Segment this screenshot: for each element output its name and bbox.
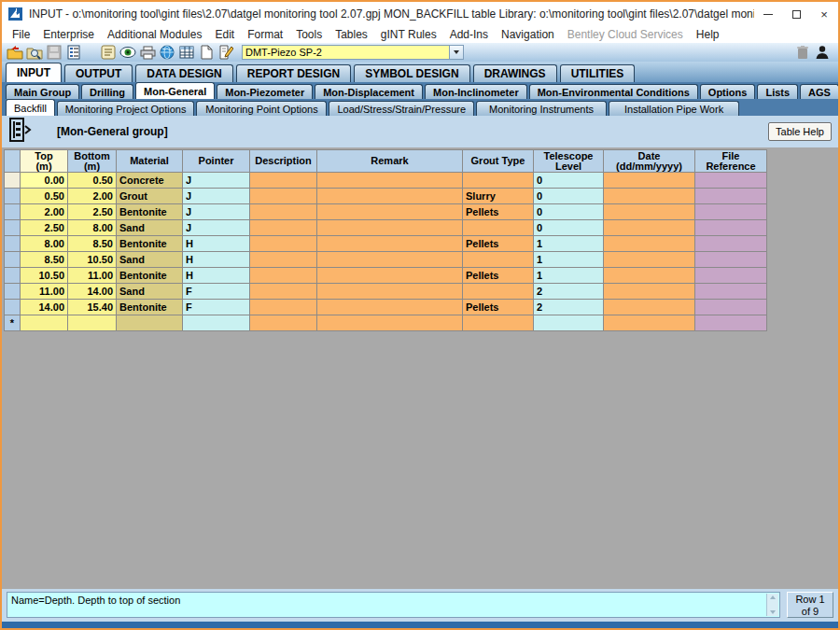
scroll-down-icon[interactable]	[770, 610, 776, 614]
cell-pointer[interactable]: J	[183, 220, 250, 236]
tab-mon-piezometer[interactable]: Mon-Piezometer	[217, 84, 313, 99]
data-tables-icon[interactable]	[177, 44, 196, 61]
tab-mon-displacement[interactable]: Mon-Displacement	[315, 84, 423, 99]
cell-date[interactable]	[604, 204, 695, 220]
cell-material[interactable]: Grout	[117, 189, 183, 204]
row-selector[interactable]	[5, 268, 21, 284]
column-header-remark[interactable]: Remark	[317, 150, 463, 173]
menu-help[interactable]: Help	[690, 28, 726, 41]
cell-remark[interactable]	[317, 284, 463, 300]
column-header-material[interactable]: Material	[117, 150, 183, 173]
cell-material[interactable]	[117, 315, 183, 331]
cell-material[interactable]: Bentonite	[117, 300, 183, 315]
cell-material[interactable]: Concrete	[117, 173, 183, 189]
column-header-pointer[interactable]: Pointer	[183, 150, 250, 173]
tab-mon-environmental-conditions[interactable]: Mon-Environmental Conditions	[529, 84, 698, 99]
cell-description[interactable]	[250, 204, 317, 220]
cell-bottom[interactable]: 2.50	[68, 204, 117, 220]
cell-material[interactable]: Bentonite	[117, 236, 183, 252]
cell-file_reference[interactable]	[695, 173, 767, 189]
row-selector[interactable]	[5, 204, 21, 220]
row-selector[interactable]	[5, 220, 21, 236]
cell-pointer[interactable]: H	[183, 268, 250, 284]
edit-document-icon[interactable]	[217, 44, 235, 61]
cell-grout_type[interactable]: Slurry	[463, 189, 534, 204]
tab-utilities[interactable]: UTILITIES	[560, 64, 636, 82]
menu-navigation[interactable]: Navigation	[495, 28, 561, 41]
menu-format[interactable]: Format	[241, 28, 289, 41]
cell-material[interactable]: Bentonite	[117, 204, 183, 220]
cell-telescope_level[interactable]: 2	[534, 300, 604, 315]
cell-top[interactable]: 8.00	[21, 236, 68, 252]
cell-top[interactable]: 2.50	[21, 220, 68, 236]
cell-remark[interactable]	[317, 252, 463, 268]
row-selector[interactable]	[5, 189, 21, 204]
cell-file_reference[interactable]	[695, 315, 767, 331]
cell-remark[interactable]	[317, 189, 463, 204]
cell-file_reference[interactable]	[695, 204, 767, 220]
globe-icon[interactable]	[158, 44, 176, 61]
cell-remark[interactable]	[317, 315, 463, 331]
cell-bottom[interactable]: 0.50	[68, 173, 117, 189]
tab-monitoring-point-options[interactable]: Monitoring Point Options	[196, 101, 327, 116]
cell-top[interactable]: 2.00	[21, 204, 68, 220]
cell-remark[interactable]	[317, 268, 463, 284]
cell-telescope_level[interactable]: 2	[534, 284, 604, 300]
cell-file_reference[interactable]	[695, 284, 767, 300]
cell-remark[interactable]	[317, 300, 463, 315]
cell-remark[interactable]	[317, 204, 463, 220]
cell-telescope_level[interactable]: 1	[534, 236, 604, 252]
cell-top[interactable]: 10.50	[21, 268, 68, 284]
description-scrollbar[interactable]	[766, 594, 778, 616]
cell-telescope_level[interactable]	[534, 315, 604, 331]
cell-material[interactable]: Sand	[117, 220, 183, 236]
cell-pointer[interactable]: H	[183, 252, 250, 268]
group-hierarchy-icon[interactable]	[8, 118, 35, 146]
cell-date[interactable]	[604, 268, 695, 284]
tab-lists[interactable]: Lists	[757, 84, 798, 99]
cell-description[interactable]	[250, 315, 317, 331]
tab-input[interactable]: INPUT	[6, 63, 62, 82]
column-header-telescope_level[interactable]: TelescopeLevel	[534, 150, 604, 173]
column-header-bottom[interactable]: Bottom(m)	[68, 150, 117, 173]
cell-grout_type[interactable]: Pellets	[463, 300, 534, 315]
cell-grout_type[interactable]	[463, 252, 534, 268]
cell-telescope_level[interactable]: 0	[534, 204, 604, 220]
cell-grout_type[interactable]	[463, 220, 534, 236]
cell-material[interactable]: Sand	[117, 252, 183, 268]
new-document-icon[interactable]	[197, 44, 216, 61]
cell-description[interactable]	[250, 300, 317, 315]
cell-telescope_level[interactable]: 1	[534, 252, 604, 268]
tab-ags[interactable]: AGS	[800, 84, 839, 99]
menu-additional-modules[interactable]: Additional Modules	[101, 28, 208, 41]
cell-description[interactable]	[250, 189, 317, 204]
tab-mon-inclinometer[interactable]: Mon-Inclinometer	[425, 84, 527, 99]
cell-file_reference[interactable]	[695, 189, 767, 204]
cell-pointer[interactable]: F	[183, 300, 250, 315]
column-header-date[interactable]: Date(dd/mm/yyyy)	[604, 150, 695, 173]
cell-bottom[interactable]	[68, 315, 117, 331]
cell-grout_type[interactable]: Pellets	[463, 204, 534, 220]
menu-tools[interactable]: Tools	[289, 28, 329, 41]
cell-grout_type[interactable]	[463, 315, 534, 331]
open-file-icon[interactable]	[6, 44, 24, 61]
cell-date[interactable]	[604, 236, 695, 252]
close-button[interactable]: ×	[810, 2, 838, 26]
column-header-grout_type[interactable]: Grout Type	[463, 150, 534, 173]
cell-telescope_level[interactable]: 0	[534, 189, 604, 204]
tab-report-design[interactable]: REPORT DESIGN	[236, 64, 351, 82]
cell-bottom[interactable]: 14.00	[68, 284, 117, 300]
preview-icon[interactable]	[119, 44, 137, 61]
row-selector[interactable]	[5, 300, 21, 315]
cell-pointer[interactable]: F	[183, 284, 250, 300]
tab-backfill[interactable]: Backfill	[6, 99, 55, 116]
trash-icon[interactable]	[793, 44, 812, 61]
cell-material[interactable]: Bentonite	[117, 268, 183, 284]
cell-date[interactable]	[604, 300, 695, 315]
cell-pointer[interactable]	[183, 315, 250, 331]
cell-file_reference[interactable]	[695, 268, 767, 284]
report-script-icon[interactable]	[99, 44, 118, 61]
tab-monitoring-project-options[interactable]: Monitoring Project Options	[57, 101, 195, 116]
tab-data-design[interactable]: DATA DESIGN	[135, 64, 232, 82]
tab-mon-general[interactable]: Mon-General	[135, 82, 215, 99]
